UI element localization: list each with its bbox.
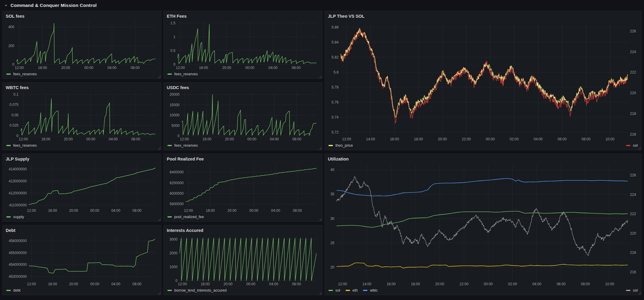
legend-item-theo_price[interactable]: theo_price (328, 143, 353, 148)
legend-chip-borrow_lend_interests_accured (167, 290, 172, 291)
panel-title-wbtc-fees[interactable]: WBTC fees (6, 85, 29, 90)
svg-text:10:00: 10:00 (605, 282, 614, 286)
legend-chip-fees_reserves (6, 145, 11, 146)
panel-title-usdc-fees[interactable]: USDC fees (167, 85, 189, 90)
svg-text:453000000: 453000000 (9, 274, 27, 279)
svg-text:216: 216 (630, 270, 636, 274)
legend-chip-fees_reserves (167, 145, 172, 146)
svg-text:455000000: 455000000 (9, 251, 27, 255)
panel-title-jlp-supply[interactable]: JLP Supply (6, 157, 29, 161)
panel-title-sol-fees[interactable]: SOL fees (6, 14, 25, 19)
svg-text:08:00: 08:00 (132, 282, 141, 286)
svg-text:10:00: 10:00 (605, 137, 614, 141)
svg-text:00:00: 00:00 (245, 66, 254, 70)
svg-text:414000000: 414000000 (9, 167, 27, 171)
svg-text:14:00: 14:00 (366, 137, 375, 141)
legend-item-sol[interactable]: sol (626, 288, 638, 292)
chart-utilization[interactable]: 12:0014:0016:0018:0020:0022:0000:0002:00… (328, 162, 638, 286)
chevron-down-icon[interactable] (4, 4, 8, 7)
svg-text:5.82: 5.82 (331, 55, 339, 59)
svg-text:12:00: 12:00 (184, 208, 193, 213)
legend-chip-wbtc (363, 290, 367, 291)
svg-text:14:00: 14:00 (362, 282, 371, 286)
panel-title-pool-realized-fee[interactable]: Pool Realized Fee (167, 157, 204, 161)
svg-text:16:00: 16:00 (48, 208, 57, 213)
legend-item-fees_reserves[interactable]: fees_reserves (167, 72, 198, 76)
legend-wbtc-fees: fees_reserves (6, 142, 158, 149)
svg-text:00:00: 00:00 (486, 137, 495, 141)
svg-text:12:00: 12:00 (180, 137, 189, 141)
chart-wbtc-fees[interactable]: 12:0016:0020:0000:0004:0008:0000.0250.05… (6, 91, 158, 142)
legend-item-supply[interactable]: supply (6, 215, 24, 219)
panel-utilization: Utilization12:0014:0016:0018:0020:0022:0… (325, 154, 642, 295)
chart-interests-accured[interactable]: 12:0016:0020:0000:0004:0008:000100020003… (167, 234, 319, 286)
legend-item-sol[interactable]: sol (328, 288, 340, 292)
svg-text:30: 30 (330, 217, 334, 221)
chart-debt[interactable]: 12:0016:0020:0000:0004:0008:004530000004… (6, 234, 158, 286)
svg-text:12:00: 12:00 (27, 208, 36, 213)
panel-title-jlp-theo-vs-sol[interactable]: JLP Theo VS SOL (328, 14, 364, 19)
svg-text:20:00: 20:00 (61, 66, 70, 70)
chart-eth-fees[interactable]: 12:0016:0020:0000:0004:0008:0000.511.5 (167, 20, 319, 70)
svg-text:10000: 10000 (169, 113, 180, 117)
svg-text:20:00: 20:00 (438, 137, 447, 141)
chart-pool-realized-fee[interactable]: 12:0016:0020:0000:0004:0008:005800000600… (167, 162, 319, 213)
chart-jlp-supply[interactable]: 12:0016:0020:0000:0004:0008:004110000004… (6, 162, 158, 213)
chart-usdc-fees[interactable]: 12:0016:0020:0000:0004:0008:000500010000… (167, 91, 319, 142)
chart-sol-fees[interactable]: 12:0016:0020:0000:0004:0008:000200400 (6, 20, 158, 70)
svg-text:2000: 2000 (169, 251, 178, 255)
svg-text:20000: 20000 (169, 92, 180, 97)
chart-jlp-theo-vs-sol[interactable]: 12:0014:0016:0018:0020:0022:0000:0002:00… (328, 20, 638, 142)
svg-text:224: 224 (630, 193, 636, 197)
panel-title-utilization[interactable]: Utilization (328, 157, 349, 161)
legend-chip-theo_price (328, 145, 333, 146)
svg-text:12:00: 12:00 (178, 282, 187, 286)
svg-text:5.76: 5.76 (331, 100, 339, 104)
svg-text:226: 226 (630, 173, 636, 177)
svg-text:08:00: 08:00 (292, 137, 301, 141)
legend-item-debt[interactable]: debt (6, 288, 20, 292)
svg-text:5.8: 5.8 (334, 70, 339, 74)
svg-text:12:00: 12:00 (19, 137, 28, 141)
svg-text:16:00: 16:00 (206, 208, 215, 213)
legend-item-sol[interactable]: sol (626, 143, 638, 148)
svg-text:00:00: 00:00 (484, 282, 493, 286)
svg-text:12:00: 12:00 (176, 66, 185, 70)
legend-label: sol (633, 143, 638, 148)
svg-text:12:00: 12:00 (15, 66, 24, 70)
panel-title-interests-accured[interactable]: Interests Accured (167, 228, 203, 233)
svg-text:0.05: 0.05 (11, 113, 19, 117)
dashboard-section-header[interactable]: Command & Conquer Mission Control (0, 0, 644, 10)
legend-item-fees_reserves[interactable]: fees_reserves (6, 72, 37, 76)
legend-item-borrow_lend_interests_accured[interactable]: borrow_lend_interests_accured (167, 288, 226, 292)
legend-debt: debt (6, 286, 158, 294)
svg-text:1.5: 1.5 (170, 21, 175, 25)
legend-label: fees_reserves (13, 143, 37, 148)
svg-text:5.72: 5.72 (331, 130, 339, 134)
svg-text:400: 400 (8, 25, 14, 29)
svg-text:20: 20 (330, 265, 334, 269)
panel-debt: Debt12:0016:0020:0000:0004:0008:00453000… (2, 225, 161, 295)
svg-text:222: 222 (630, 70, 636, 74)
legend-utilization: solethwbtcsol (328, 286, 638, 294)
svg-text:16:00: 16:00 (38, 66, 47, 70)
legend-label: fees_reserves (174, 72, 198, 76)
svg-text:06:00: 06:00 (558, 137, 567, 141)
panel-jlp-supply: JLP Supply12:0016:0020:0000:0004:0008:00… (2, 154, 161, 222)
svg-text:220: 220 (630, 231, 636, 236)
svg-text:0: 0 (16, 134, 19, 138)
panel-title-debt[interactable]: Debt (6, 228, 15, 233)
legend-item-pool_realized_fee[interactable]: pool_realized_fee (167, 215, 204, 219)
svg-text:04:00: 04:00 (270, 137, 279, 141)
svg-text:226: 226 (630, 29, 636, 33)
legend-item-eth[interactable]: eth (346, 288, 358, 292)
svg-text:04:00: 04:00 (111, 282, 120, 286)
svg-text:08:00: 08:00 (581, 282, 590, 286)
legend-item-wbtc[interactable]: wbtc (363, 288, 378, 292)
svg-text:12:00: 12:00 (342, 137, 351, 141)
legend-item-fees_reserves[interactable]: fees_reserves (167, 143, 198, 148)
svg-text:1: 1 (173, 35, 175, 39)
svg-text:06:00: 06:00 (557, 282, 566, 286)
legend-item-fees_reserves[interactable]: fees_reserves (6, 143, 37, 148)
panel-title-eth-fees[interactable]: ETH Fees (167, 14, 187, 19)
